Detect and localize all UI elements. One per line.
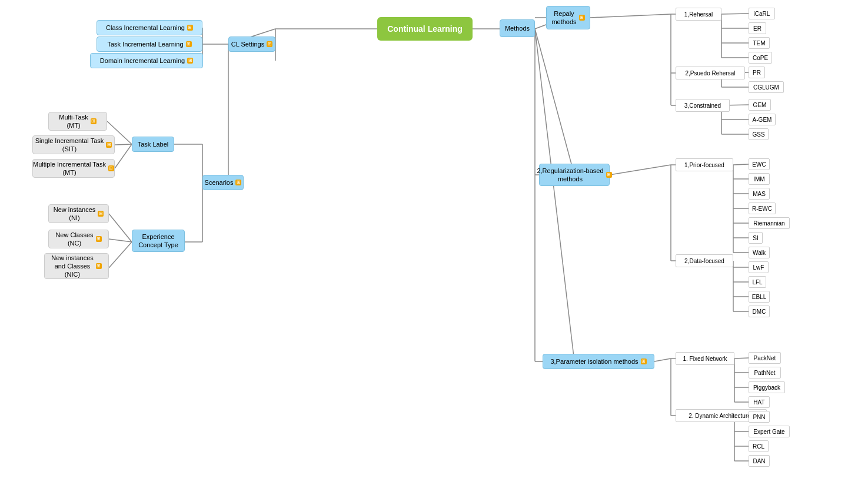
reg-methods-label: 2,Regularization-basedmethods xyxy=(537,167,603,184)
data-focused-node[interactable]: 2,Data-focused xyxy=(676,254,733,267)
ewc-label: EWC xyxy=(752,161,766,168)
icarl-node[interactable]: iCaRL xyxy=(749,8,775,19)
agem-node[interactable]: A-GEM xyxy=(749,114,776,125)
methods-label: Methods xyxy=(505,24,530,32)
prior-focused-label: 1,Prior-focused xyxy=(684,161,724,169)
multiple-incremental-node[interactable]: Multiple Incremental Task(MT) ⊞ xyxy=(32,159,115,178)
dynamic-arch-label: 2. Dynamic Architectures xyxy=(689,412,754,420)
multi-task-node[interactable]: Multi-Task(MT) ⊞ xyxy=(48,112,107,131)
constrained-node[interactable]: 3,Constrained xyxy=(676,99,730,112)
single-incremental-expand[interactable]: ⊞ xyxy=(106,142,112,148)
class-incremental-node[interactable]: Class Incremental Learning ⊞ xyxy=(97,20,202,35)
packnet-label: PackNet xyxy=(754,354,776,362)
constrained-label: 3,Constrained xyxy=(684,102,721,109)
cglugm-node[interactable]: CGLUGM xyxy=(749,81,784,93)
new-instances-expand[interactable]: ⊞ xyxy=(98,211,104,217)
si-label: SI xyxy=(753,234,758,242)
repaly-methods-label: Repalymethods xyxy=(551,9,576,26)
dan-node[interactable]: DAN xyxy=(749,455,770,467)
scenarios-expand[interactable]: ⊞ xyxy=(235,180,241,185)
walk-label: Walk xyxy=(753,249,766,257)
mas-node[interactable]: MAS xyxy=(749,188,770,200)
new-instances-classes-node[interactable]: New instancesand Classes(NIC) ⊞ xyxy=(44,253,109,279)
ebll-node[interactable]: EBLL xyxy=(749,291,770,303)
psuedo-rehersal-node[interactable]: 2,Psuedo Rehersal xyxy=(676,67,745,79)
continual-learning-label: Continual Learning xyxy=(387,24,463,34)
class-incremental-expand[interactable]: ⊞ xyxy=(187,25,193,31)
cl-settings-expand[interactable]: ⊞ xyxy=(267,41,272,47)
new-instances-classes-expand[interactable]: ⊞ xyxy=(96,263,102,269)
psuedo-rehersal-label: 2,Psuedo Rehersal xyxy=(685,69,735,77)
task-label-label: Task Label xyxy=(138,140,169,148)
si-node[interactable]: SI xyxy=(749,232,763,244)
task-incremental-label: Task Incremental Learning xyxy=(107,40,183,48)
svg-line-35 xyxy=(721,14,749,14)
pathnet-label: PathNet xyxy=(754,369,775,377)
prior-focused-node[interactable]: 1,Prior-focused xyxy=(676,158,733,171)
mindmap: Continual Learning Methods CL Settings ⊞… xyxy=(0,0,868,478)
reg-methods-node[interactable]: 2,Regularization-basedmethods ⊞ xyxy=(539,164,610,186)
tem-node[interactable]: TEM xyxy=(749,37,770,49)
cl-settings-node[interactable]: CL Settings ⊞ xyxy=(228,36,275,52)
dmc-node[interactable]: DMC xyxy=(749,306,770,317)
lfl-label: LFL xyxy=(752,278,762,286)
single-incremental-node[interactable]: Single Incremental Task(SIT) ⊞ xyxy=(32,135,115,154)
riemannian-node[interactable]: Riemannian xyxy=(749,217,790,229)
domain-incremental-expand[interactable]: ⊞ xyxy=(187,58,193,64)
new-instances-node[interactable]: New instances(NI) ⊞ xyxy=(48,204,109,223)
dan-label: DAN xyxy=(753,457,765,465)
domain-incremental-label: Domain Incremental Learning xyxy=(100,57,185,65)
domain-incremental-node[interactable]: Domain Incremental Learning ⊞ xyxy=(90,53,203,68)
gss-node[interactable]: GSS xyxy=(749,128,769,140)
multiple-incremental-label: Multiple Incremental Task(MT) xyxy=(33,160,106,177)
lwf-node[interactable]: LwF xyxy=(749,261,769,273)
task-incremental-expand[interactable]: ⊞ xyxy=(186,41,192,47)
experience-concept-node[interactable]: ExperienceConcept Type xyxy=(132,230,185,252)
fixed-network-node[interactable]: 1. Fixed Network xyxy=(676,352,734,365)
lwf-label: LwF xyxy=(753,264,764,271)
fixed-network-label: 1. Fixed Network xyxy=(683,355,727,363)
scenarios-label: Scenarios xyxy=(205,178,234,187)
rewc-node[interactable]: R-EWC xyxy=(749,203,776,214)
new-classes-node[interactable]: New Classes(NC) ⊞ xyxy=(48,230,109,248)
er-label: ER xyxy=(753,25,761,32)
pathnet-node[interactable]: PathNet xyxy=(749,367,781,379)
packnet-node[interactable]: PackNet xyxy=(749,352,781,364)
walk-node[interactable]: Walk xyxy=(749,247,770,258)
multiple-incremental-expand[interactable]: ⊞ xyxy=(108,165,114,171)
pnn-label: PNN xyxy=(753,413,765,421)
imm-node[interactable]: IMM xyxy=(749,173,770,185)
task-label-node[interactable]: Task Label xyxy=(132,137,174,152)
rcl-node[interactable]: RCL xyxy=(749,440,769,452)
er-node[interactable]: ER xyxy=(749,22,766,34)
svg-line-26 xyxy=(109,214,132,242)
methods-node[interactable]: Methods xyxy=(500,19,535,37)
cope-node[interactable]: CoPE xyxy=(749,52,772,64)
repaly-methods-node[interactable]: Repalymethods ⊞ xyxy=(546,6,590,29)
rehersal-node[interactable]: 1,Rehersal xyxy=(676,8,721,21)
hat-node[interactable]: HAT xyxy=(749,396,770,408)
gss-label: GSS xyxy=(752,131,764,138)
task-incremental-node[interactable]: Task Incremental Learning ⊞ xyxy=(97,36,202,52)
gem-node[interactable]: GEM xyxy=(749,99,771,111)
scenarios-node[interactable]: Scenarios ⊞ xyxy=(202,175,244,190)
repaly-expand[interactable]: ⊞ xyxy=(579,15,585,21)
continual-learning-node[interactable]: Continual Learning xyxy=(377,17,473,41)
lfl-node[interactable]: LFL xyxy=(749,276,766,288)
multi-task-expand[interactable]: ⊞ xyxy=(91,118,97,124)
new-instances-classes-label: New instancesand Classes(NIC) xyxy=(51,254,94,279)
pr-node[interactable]: PR xyxy=(749,67,765,78)
new-classes-expand[interactable]: ⊞ xyxy=(96,236,102,242)
param-expand[interactable]: ⊞ xyxy=(641,358,647,364)
param-isolation-node[interactable]: 3,Parameter isolation methods ⊞ xyxy=(543,354,654,369)
expert-gate-node[interactable]: Expert Gate xyxy=(749,426,790,437)
svg-line-51 xyxy=(733,164,749,165)
ewc-node[interactable]: EWC xyxy=(749,158,770,170)
param-isolation-label: 3,Parameter isolation methods xyxy=(550,357,638,366)
svg-line-22 xyxy=(115,144,132,145)
piggyback-node[interactable]: Piggyback xyxy=(749,381,785,393)
icarl-label: iCaRL xyxy=(754,10,770,18)
reg-expand[interactable]: ⊞ xyxy=(606,172,612,178)
svg-line-63 xyxy=(654,358,671,361)
pnn-node[interactable]: PNN xyxy=(749,411,770,423)
